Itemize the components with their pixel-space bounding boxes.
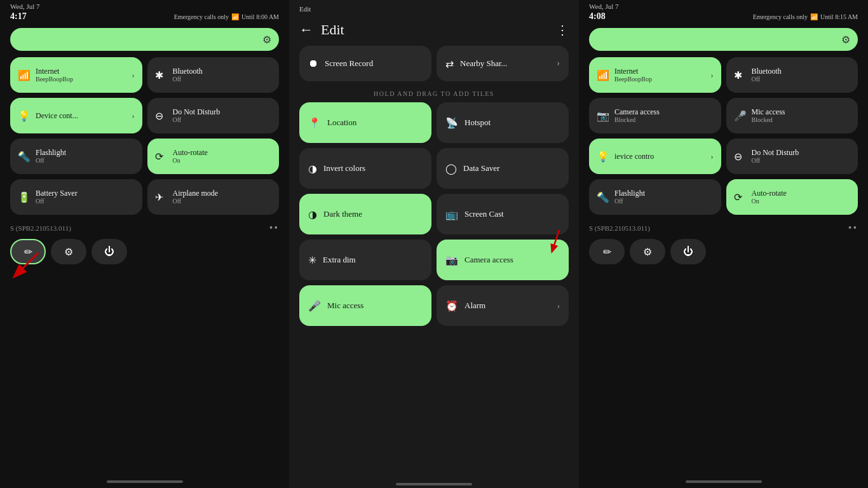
tile-battery-saver[interactable]: 🔋 Battery Saver Off <box>10 179 142 215</box>
autorotate-icon: ⟳ <box>155 151 168 163</box>
svg-line-0 <box>19 253 38 272</box>
p3-power-button[interactable]: ⏻ <box>670 239 706 264</box>
panel3-brightness-row[interactable]: ⚙ <box>579 24 868 55</box>
panel2-home-bar <box>289 475 579 488</box>
chevron-icon: › <box>132 71 135 80</box>
p3-camera-icon: 📷 <box>597 110 609 122</box>
tile-bluetooth[interactable]: ✱ Bluetooth Off <box>147 57 280 93</box>
tile-airplane-text: Airplane mode Off <box>173 189 219 205</box>
p3-device-arrow: › <box>711 152 714 161</box>
panel2-date-text: Edit <box>299 5 311 13</box>
p3-wifi-icon: 📶 <box>597 69 609 81</box>
p3-tile-internet[interactable]: 📶 Internet BeepBoopBop › <box>589 57 721 93</box>
p3-dnd-icon: ⊖ <box>734 151 747 163</box>
p3-flashlight-icon: 🔦 <box>597 191 609 203</box>
data-saver-icon: ◯ <box>445 163 457 175</box>
panel1-status-row: 4:17 Emergency calls only 📶 Until 8:00 A… <box>0 10 289 24</box>
edit-top-tiles: ⏺ Screen Record ⇄ Nearby Shar... › <box>289 43 579 86</box>
edit-title: Edit <box>321 22 548 38</box>
tile-location[interactable]: 📍 Location <box>299 102 431 143</box>
tile-hotspot[interactable]: 📡 Hotspot <box>437 102 569 143</box>
invert-icon: ◑ <box>308 163 317 175</box>
p3-settings-button[interactable]: ⚙ <box>630 239 665 264</box>
p3-tile-mic[interactable]: 🎤 Mic access Blocked <box>726 98 858 133</box>
more-button[interactable]: ⋮ <box>556 22 569 37</box>
panel-1: Wed, Jul 7 4:17 Emergency calls only 📶 U… <box>0 0 289 488</box>
panel2-date: Edit <box>289 0 579 14</box>
p3-tile-camera[interactable]: 📷 Camera access Blocked <box>589 98 721 133</box>
dnd-icon: ⊖ <box>155 110 168 122</box>
panel3-home-bar <box>579 475 868 488</box>
tile-device-controls[interactable]: 💡 Device cont... › <box>10 98 142 133</box>
tile-autorotate-text: Auto-rotate On <box>173 148 208 165</box>
back-button[interactable]: ← <box>299 22 313 38</box>
p3-tile-bluetooth[interactable]: ✱ Bluetooth Off <box>726 57 858 93</box>
tile-dnd-text: Do Not Disturb Off <box>173 107 220 124</box>
p3-edit-button[interactable]: ✏ <box>589 239 625 264</box>
tile-nearby-share[interactable]: ⇄ Nearby Shar... › <box>437 46 569 81</box>
dark-theme-icon: ◑ <box>308 208 317 220</box>
p3-tile-dnd[interactable]: ⊖ Do Not Disturb Off <box>726 139 858 174</box>
tile-airplane[interactable]: ✈ Airplane mode Off <box>147 179 280 215</box>
panel3-brightness-bar[interactable]: ⚙ <box>589 28 858 51</box>
alarm-arrow: › <box>557 301 560 311</box>
panel1-time: 4:17 <box>10 11 27 22</box>
tile-invert-colors[interactable]: ◑ Invert colors <box>299 148 431 189</box>
tile-internet[interactable]: 📶 Internet BeepBoopBop › <box>10 57 142 93</box>
panel3-footer: S (SPB2.210513.011) •• <box>579 217 868 236</box>
location-icon: 📍 <box>308 117 321 129</box>
tile-extra-dim[interactable]: ✳ Extra dim <box>299 240 431 280</box>
flashlight-icon: 🔦 <box>18 151 31 163</box>
tile-screen-record[interactable]: ⏺ Screen Record <box>299 46 431 81</box>
p3-internet-arrow: › <box>711 71 714 80</box>
chevron-icon: › <box>132 111 135 121</box>
chevron-right-icon: › <box>557 58 560 69</box>
airplane-icon: ✈ <box>155 191 168 203</box>
screen-cast-icon: 📺 <box>445 208 458 220</box>
p3-tile-device[interactable]: 💡 ievice contro › <box>589 139 721 174</box>
tile-mic-access[interactable]: 🎤 Mic access <box>299 285 431 326</box>
tile-camera-access[interactable]: 📷 Camera access <box>437 240 569 280</box>
edit-header: ← Edit ⋮ <box>289 14 579 43</box>
tile-battery-text: Battery Saver Off <box>36 189 78 205</box>
tile-screen-cast[interactable]: 📺 Screen Cast <box>437 194 569 234</box>
brightness-row[interactable]: ⚙ <box>0 24 289 55</box>
edit-tiles-grid: 📍 Location 📡 Hotspot ◑ Invert colors ◯ D… <box>289 102 579 326</box>
wifi-icon: 📶 <box>231 13 239 20</box>
panel3-home-pill <box>686 480 762 483</box>
tile-data-saver[interactable]: ◯ Data Saver <box>437 148 569 189</box>
p3-device-icon: 💡 <box>597 151 609 163</box>
p3-bluetooth-icon: ✱ <box>734 69 747 81</box>
panel1-footer-buttons: ✏ ⚙ ⏻ <box>0 236 289 272</box>
screen-record-icon: ⏺ <box>308 58 318 69</box>
settings-button[interactable]: ⚙ <box>51 239 86 264</box>
panel3-until: Until 8:15 AM <box>820 13 858 20</box>
p3-autorotate-icon: ⟳ <box>734 191 747 203</box>
tile-autorotate[interactable]: ⟳ Auto-rotate On <box>147 139 280 174</box>
panel3-date: Wed, Jul 7 <box>579 0 868 10</box>
panel1-qs-grid: 📶 Internet BeepBoopBop › ✱ Bluetooth Off… <box>0 55 289 217</box>
home-pill-2 <box>396 483 472 485</box>
brightness-bar[interactable]: ⚙ <box>10 28 279 51</box>
tile-dark-theme[interactable]: ◑ Dark theme <box>299 194 431 234</box>
panel3-time: 4:08 <box>589 11 606 22</box>
panel-3: Wed, Jul 7 4:08 Emergency calls only 📶 U… <box>579 0 868 488</box>
panel3-dots: •• <box>848 222 858 234</box>
red-arrow-indicator <box>6 247 51 278</box>
panel-2-edit: Edit ← Edit ⋮ ⏺ Screen Record ⇄ Nearby S… <box>289 0 579 488</box>
p3-tile-autorotate[interactable]: ⟳ Auto-rotate On <box>726 179 858 215</box>
panel3-brightness-icon: ⚙ <box>841 34 850 46</box>
tile-bluetooth-text: Bluetooth Off <box>173 67 203 83</box>
emergency-text: Emergency calls only <box>174 13 229 20</box>
panel1-date: Wed, Jul 7 <box>0 0 289 10</box>
tile-alarm[interactable]: ⏰ Alarm › <box>437 285 569 326</box>
panel1-footer: S (SPB2.210513.011) •• <box>0 217 289 236</box>
battery-icon: 🔋 <box>18 191 31 203</box>
p3-tile-flashlight[interactable]: 🔦 Flashlight Off <box>589 179 721 215</box>
panel3-status-icons: Emergency calls only 📶 Until 8:15 AM <box>753 13 858 20</box>
power-button[interactable]: ⏻ <box>92 239 127 264</box>
tile-dnd[interactable]: ⊖ Do Not Disturb Off <box>147 98 280 133</box>
alarm-icon: ⏰ <box>445 300 458 312</box>
tile-flashlight[interactable]: 🔦 Flashlight Off <box>10 139 142 174</box>
nearby-share-icon: ⇄ <box>445 58 454 70</box>
